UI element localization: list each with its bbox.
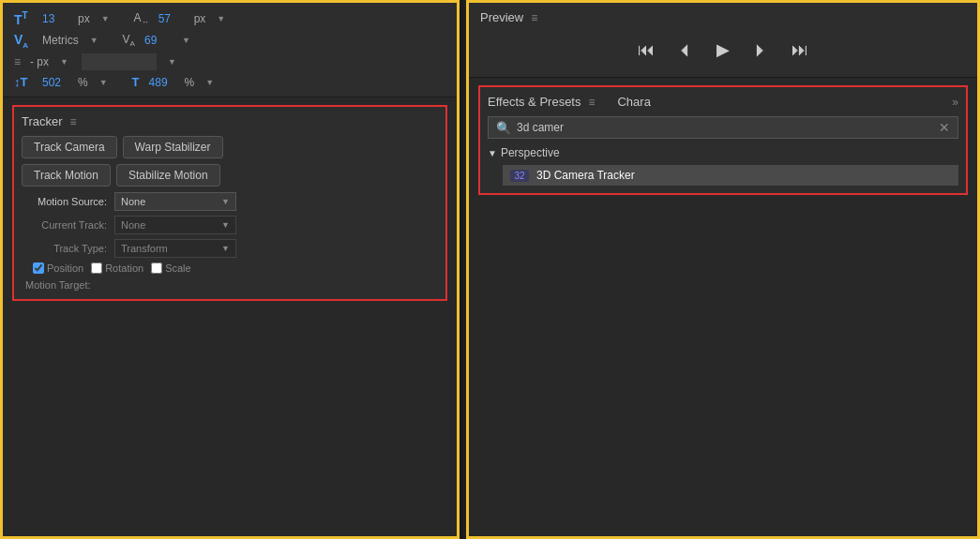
current-track-value: None	[121, 219, 145, 231]
current-track-row: Current Track: None ▼	[22, 216, 438, 234]
track-type-row: Track Type: Transform ▼	[22, 239, 438, 258]
effects-menu-icon[interactable]: ≡	[588, 96, 595, 109]
unit-arrow: ▼	[60, 57, 68, 67]
toolbar-row-4: ↕T 502 % ▼ T 489 % ▼	[14, 75, 445, 89]
track-type-label: Track Type:	[25, 243, 114, 254]
chevron-right-icon: »	[952, 96, 958, 109]
scale-checkbox[interactable]	[151, 262, 162, 274]
leading-value: 69	[144, 34, 171, 47]
tracking-value: 57	[158, 12, 185, 25]
motion-source-arrow: ▼	[221, 197, 230, 206]
tracker-menu-icon[interactable]: ≡	[70, 115, 77, 128]
perspective-section: ▼ Perspective 32 3D Camera Tracker	[488, 146, 958, 186]
tracker-panel: Tracker ≡ Track Camera Warp Stabilizer T…	[12, 105, 447, 301]
kerning-method: Metrics	[42, 34, 79, 47]
preview-menu-icon[interactable]: ≡	[531, 11, 537, 24]
rotation-checkbox[interactable]	[91, 262, 102, 274]
perspective-label: Perspective	[501, 146, 560, 159]
motion-source-value: None	[121, 196, 145, 207]
leading-arrow: ▼	[182, 36, 190, 45]
effects-panel: Effects & Presets ≡ Chara » 🔍 3d camer ✕…	[478, 85, 968, 195]
expand-icon[interactable]: ▼	[488, 148, 497, 158]
rotation-checkbox-item: Rotation	[91, 262, 143, 274]
current-track-select[interactable]: None ▼	[114, 216, 236, 234]
unit-label: - px	[30, 55, 49, 68]
search-clear-button[interactable]: ✕	[939, 120, 950, 135]
transport-controls: ⏮ ⏴ ▶ ⏵ ⏭	[480, 34, 966, 69]
search-icon: 🔍	[496, 121, 511, 135]
search-row: 🔍 3d camer ✕	[488, 116, 958, 139]
left-panel: TT 13 px ▼ A↔ 57 px ▼ VA Metrics ▼ VA 69…	[0, 0, 460, 539]
toolbar-row-2: VA Metrics ▼ VA 69 ▼	[14, 32, 445, 50]
text-input[interactable]	[82, 53, 157, 70]
input-arrow: ▼	[168, 57, 176, 67]
preview-header: Preview ≡	[480, 10, 966, 24]
scale-checkbox-item: Scale	[151, 262, 191, 274]
checkbox-row: Position Rotation Scale	[22, 262, 438, 274]
track-type-value: Transform	[121, 243, 168, 254]
motion-target-row: Motion Target:	[22, 278, 438, 292]
font-size-value: 13	[42, 12, 68, 25]
last-frame-button[interactable]: ⏭	[788, 38, 812, 62]
preview-section: Preview ≡ ⏮ ⏴ ▶ ⏵ ⏭	[469, 3, 977, 78]
search-text: 3d camer	[517, 121, 933, 134]
motion-source-row: Motion Source: None ▼	[22, 192, 438, 211]
track-camera-button[interactable]: Track Camera	[22, 136, 117, 158]
toolbar-row-3: ≡ - px ▼ ▼	[14, 53, 445, 70]
font-size-arrow: ▼	[101, 14, 110, 23]
effects-header: Effects & Presets ≡ Chara »	[488, 95, 958, 109]
first-frame-button[interactable]: ⏮	[634, 38, 658, 62]
preview-title: Preview	[480, 10, 523, 24]
current-track-label: Current Track:	[25, 219, 114, 231]
effect-item-3d-camera[interactable]: 32 3D Camera Tracker	[503, 165, 958, 186]
prev-frame-button[interactable]: ⏴	[673, 38, 698, 62]
align-icon: ≡	[14, 55, 21, 68]
motion-target-label: Motion Target:	[25, 279, 98, 291]
vertical-scale-unit: %	[78, 76, 88, 89]
tracking-unit: px	[194, 12, 206, 25]
stabilize-motion-button[interactable]: Stabilize Motion	[116, 164, 220, 187]
tracker-btn-row-1: Track Camera Warp Stabilizer	[22, 136, 438, 158]
panel-separator	[460, 0, 463, 539]
kerning-icon: VA	[14, 32, 33, 50]
position-checkbox-item: Position	[33, 262, 83, 274]
next-frame-button[interactable]: ⏵	[748, 38, 773, 62]
rotation-label: Rotation	[105, 262, 143, 274]
track-motion-button[interactable]: Track Motion	[22, 164, 111, 187]
motion-source-select[interactable]: None ▼	[114, 192, 236, 211]
effects-tab-chara[interactable]: Chara	[617, 95, 650, 109]
scale-label: Scale	[165, 262, 191, 274]
vertical-scale-value: 502	[42, 76, 68, 89]
track-type-select[interactable]: Transform ▼	[114, 239, 236, 258]
perspective-header: ▼ Perspective	[488, 146, 958, 159]
warp-stabilizer-button[interactable]: Warp Stabilizer	[123, 136, 223, 158]
effect-name: 3D Camera Tracker	[536, 169, 635, 182]
track-type-arrow: ▼	[221, 244, 230, 253]
position-checkbox[interactable]	[33, 262, 44, 274]
tracker-header: Tracker ≡	[22, 114, 438, 128]
motion-source-label: Motion Source:	[25, 196, 114, 207]
horizontal-scale-unit: %	[185, 76, 195, 89]
toolbar-row-1: TT 13 px ▼ A↔ 57 px ▼	[14, 10, 445, 27]
position-label: Position	[47, 262, 83, 274]
horizontal-scale-value: 489	[149, 76, 175, 89]
tracking-arrow: ▼	[217, 14, 225, 23]
tracking-icon: A↔	[134, 11, 149, 26]
effect-badge: 32	[510, 170, 529, 182]
kerning-arrow: ▼	[90, 36, 98, 45]
current-track-arrow: ▼	[221, 220, 230, 230]
vertical-scale-icon: ↕T	[14, 75, 33, 89]
horizontal-scale-icon: T	[132, 75, 140, 89]
leading-icon: VA	[123, 33, 135, 48]
hscale-arrow: ▼	[205, 78, 214, 87]
text-size-icon: TT	[14, 10, 33, 27]
effects-title: Effects & Presets	[488, 95, 580, 109]
main-container: TT 13 px ▼ A↔ 57 px ▼ VA Metrics ▼ VA 69…	[0, 0, 980, 539]
top-toolbar: TT 13 px ▼ A↔ 57 px ▼ VA Metrics ▼ VA 69…	[3, 3, 457, 97]
vscale-arrow: ▼	[99, 78, 108, 87]
play-button[interactable]: ▶	[713, 37, 733, 62]
tracker-title: Tracker	[22, 114, 63, 128]
font-size-unit: px	[78, 12, 90, 25]
tracker-btn-row-2: Track Motion Stabilize Motion	[22, 164, 438, 187]
right-panel: Preview ≡ ⏮ ⏴ ▶ ⏵ ⏭ Effects & Presets ≡ …	[466, 0, 980, 539]
